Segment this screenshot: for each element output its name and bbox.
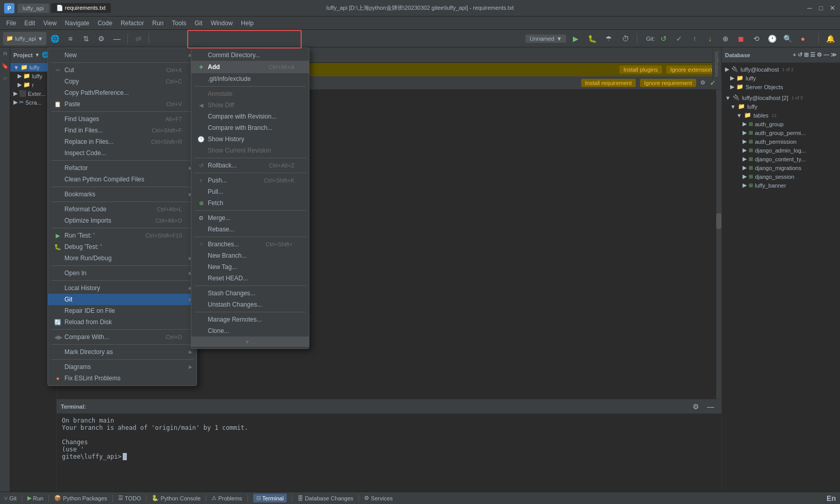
sep-cm3 bbox=[51, 160, 193, 161]
git-sub-merge[interactable]: ⚙ Merge... bbox=[191, 212, 309, 224]
cm-clean-label: Clean Python Compiled Files bbox=[64, 176, 144, 183]
cm-paste-label: Paste bbox=[64, 100, 80, 108]
cm-reload-disk[interactable]: 🔄 Reload from Disk bbox=[48, 316, 196, 328]
cm-reformat[interactable]: Reformat Code Ctrl+Alt+L bbox=[48, 204, 196, 215]
cm-more-run[interactable]: More Run/Debug bbox=[48, 253, 196, 264]
git-sub-annotate-label: Annotate bbox=[208, 90, 233, 97]
cm-clean-compiled[interactable]: Clean Python Compiled Files bbox=[48, 174, 196, 185]
rollback-icon: ↺ bbox=[197, 162, 205, 169]
git-sub-branches-label: Branches... bbox=[208, 241, 239, 248]
git-sub-push[interactable]: ↑ Push... Ctrl+Shift+K bbox=[191, 175, 309, 186]
branches-icon: ⑂ bbox=[197, 241, 205, 247]
add-plus-icon: + bbox=[197, 63, 205, 71]
git-sub-pull[interactable]: Pull... bbox=[191, 186, 309, 197]
git-sub-new-branch[interactable]: New Branch... bbox=[191, 250, 309, 261]
cm-run-test[interactable]: ▶ Run 'Test: ' Ctrl+Shift+F10 bbox=[48, 230, 196, 241]
add-shortcut: Ctrl+Alt+A bbox=[269, 64, 303, 70]
sep-cm6 bbox=[51, 228, 193, 228]
git-sub-comp-rev-label: Compare with Revision... bbox=[208, 113, 276, 120]
git-sub-rollback[interactable]: ↺ Rollback... Ctrl+Alt+Z bbox=[191, 160, 309, 171]
replace-shortcut: Ctrl+Shift+R bbox=[151, 139, 190, 145]
git-sub-comp-branch-label: Compare with Branch... bbox=[208, 124, 272, 131]
sep-cm8 bbox=[51, 280, 193, 281]
git-sub-merge-label: Merge... bbox=[208, 214, 230, 222]
cm-new-label: New bbox=[64, 52, 77, 59]
cut-icon: ✂ bbox=[54, 67, 61, 74]
cm-local-history[interactable]: Local History bbox=[48, 282, 196, 294]
run-test-icon: ▶ bbox=[54, 232, 61, 239]
git-sub-compare-revision[interactable]: Compare with Revision... bbox=[191, 111, 309, 122]
cm-refactor[interactable]: Refactor bbox=[48, 162, 196, 174]
cm-inspect-code[interactable]: Inspect Code... bbox=[48, 147, 196, 159]
git-sub-add[interactable]: + Add Ctrl+Alt+A bbox=[191, 61, 309, 73]
cm-fix-eslint[interactable]: ● Fix ESLint Problems bbox=[48, 373, 196, 384]
git-sub-exclude[interactable]: .git/info/exclude bbox=[191, 73, 309, 85]
cm-git[interactable]: Git bbox=[48, 294, 196, 305]
git-sub-show-diff: ◀ Show Diff bbox=[191, 99, 309, 111]
optimize-shortcut: Ctrl+Alt+O bbox=[156, 217, 190, 224]
cm-paste[interactable]: 📋 Paste Ctrl+V bbox=[48, 98, 196, 110]
cut-shortcut: Ctrl+X bbox=[166, 67, 190, 73]
cm-diagrams[interactable]: Diagrams bbox=[48, 361, 196, 373]
cm-bookmarks-label: Bookmarks bbox=[64, 191, 95, 198]
cm-find-in-files[interactable]: Find in Files... Ctrl+Shift+F bbox=[48, 125, 196, 136]
cm-copy[interactable]: Copy Ctrl+C bbox=[48, 76, 196, 87]
cm-replace-label: Replace in Files... bbox=[64, 138, 113, 145]
git-sub-curr-rev-label: Show Current Revision bbox=[208, 147, 271, 154]
cm-debug-test-label: Debug 'Test: ' bbox=[64, 243, 102, 250]
cm-bookmarks[interactable]: Bookmarks bbox=[48, 189, 196, 200]
sep-cm11 bbox=[51, 359, 193, 360]
git-sub-new-tag[interactable]: New Tag... bbox=[191, 261, 309, 273]
git-sub-exclude-label: .git/info/exclude bbox=[208, 75, 251, 82]
cm-replace-in-files[interactable]: Replace in Files... Ctrl+Shift+R bbox=[48, 136, 196, 147]
cm-mark-dir[interactable]: Mark Directory as bbox=[48, 346, 196, 358]
cm-refactor-label: Refactor bbox=[64, 164, 88, 172]
cm-repair-ide[interactable]: Repair IDE on File bbox=[48, 305, 196, 316]
git-sub-show-history[interactable]: 🕐 Show History bbox=[191, 133, 309, 145]
git-sep4 bbox=[194, 210, 306, 211]
git-sub-commit-dir-label: Commit Directory... bbox=[208, 52, 260, 59]
cm-compare-with[interactable]: ◀▶ Compare With... Ctrl+D bbox=[48, 331, 196, 343]
git-sub-diff-label: Show Diff bbox=[208, 102, 234, 109]
branches-shortcut: Ctrl+Shift+` bbox=[266, 241, 303, 247]
cm-debug-test[interactable]: 🐛 Debug 'Test: ' bbox=[48, 241, 196, 253]
git-sub-fetch[interactable]: ⊕ Fetch bbox=[191, 197, 309, 209]
sep-cm9 bbox=[51, 329, 193, 330]
cm-inspect-label: Inspect Code... bbox=[64, 149, 106, 157]
cm-open-in[interactable]: Open In bbox=[48, 267, 196, 279]
git-sub-pull-label: Pull... bbox=[208, 188, 223, 195]
git-sub-branches[interactable]: ⑂ Branches... Ctrl+Shift+` bbox=[191, 239, 309, 250]
cm-more-run-label: More Run/Debug bbox=[64, 255, 111, 262]
cm-copy-label: Copy bbox=[64, 78, 79, 85]
git-sub-stash[interactable]: Stash Changes... bbox=[191, 288, 309, 299]
git-sub-compare-branch[interactable]: Compare with Branch... bbox=[191, 122, 309, 133]
fetch-icon: ⊕ bbox=[197, 200, 205, 207]
show-history-icon: 🕐 bbox=[197, 136, 205, 143]
copy-shortcut: Ctrl+C bbox=[166, 78, 190, 85]
cm-find-files-label: Find in Files... bbox=[64, 127, 103, 134]
context-overlay: New ✂ Cut Ctrl+X Copy Ctrl+C Copy Path/R… bbox=[0, 0, 840, 504]
git-sub-push-label: Push... bbox=[208, 177, 227, 184]
eslint-icon: ● bbox=[54, 375, 61, 381]
git-sub-unstash[interactable]: Unstash Changes... bbox=[191, 299, 309, 310]
cm-copy-path[interactable]: Copy Path/Reference... bbox=[48, 87, 196, 98]
cm-new[interactable]: New bbox=[48, 49, 196, 61]
show-diff-icon: ◀ bbox=[197, 102, 205, 109]
cm-local-history-label: Local History bbox=[64, 284, 100, 292]
cm-copy-path-label: Copy Path/Reference... bbox=[64, 89, 129, 96]
cm-reload-label: Reload from Disk bbox=[64, 318, 112, 326]
cm-cut[interactable]: ✂ Cut Ctrl+X bbox=[48, 64, 196, 76]
cm-optimize-imports[interactable]: Optimize Imports Ctrl+Alt+O bbox=[48, 215, 196, 226]
git-sub-rebase[interactable]: Rebase... bbox=[191, 224, 309, 235]
git-sub-current-revision: Show Current Revision bbox=[191, 145, 309, 156]
git-sub-commit-dir[interactable]: Commit Directory... bbox=[191, 49, 309, 61]
git-sub-reset-head[interactable]: Reset HEAD... bbox=[191, 273, 309, 284]
cm-eslint-label: Fix ESLint Problems bbox=[64, 375, 121, 382]
cm-find-usages[interactable]: Find Usages Alt+F7 bbox=[48, 113, 196, 125]
cm-cut-label: Cut bbox=[64, 66, 74, 74]
compare-icon: ◀▶ bbox=[54, 334, 61, 341]
git-sub-clone[interactable]: Clone... bbox=[191, 325, 309, 337]
cm-repair-label: Repair IDE on File bbox=[64, 307, 115, 314]
sep-cm4 bbox=[51, 187, 193, 187]
git-sub-manage-remotes[interactable]: Manage Remotes... bbox=[191, 314, 309, 325]
